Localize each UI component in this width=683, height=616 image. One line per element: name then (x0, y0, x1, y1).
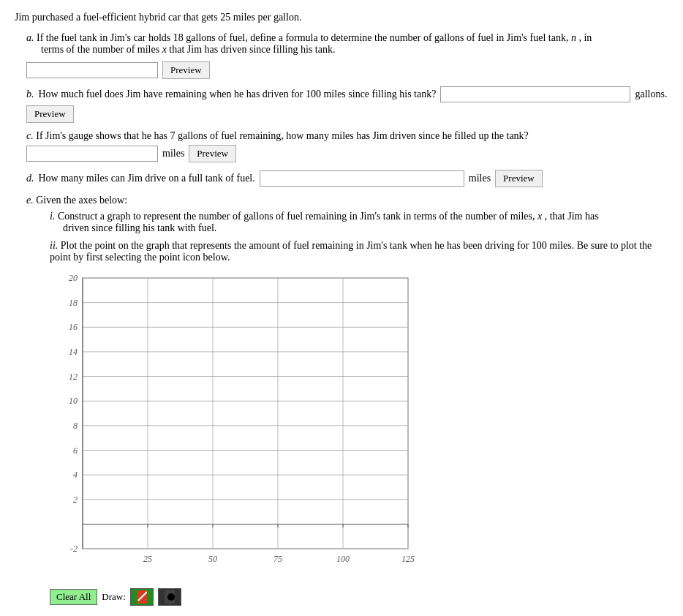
part-d-preview-button[interactable]: Preview (495, 170, 543, 187)
part-e-ii-text: ii. Plot the point on the graph that rep… (50, 240, 668, 263)
svg-text:125: 125 (401, 554, 415, 564)
part-b-label: b. (26, 89, 34, 100)
svg-text:8: 8 (73, 421, 78, 431)
part-e-i-text2: driven since filling his tank with fuel. (50, 222, 668, 234)
svg-text:18: 18 (69, 298, 78, 308)
part-e-sub-i: i. Construct a graph to represent the nu… (26, 211, 668, 234)
part-e: e. Given the axes below: i. Construct a … (15, 195, 668, 606)
part-e-i-text: i. Construct a graph to represent the nu… (50, 211, 668, 222)
part-a: a. If the fuel tank in Jim's car holds 1… (15, 32, 668, 79)
draw-line-icon (137, 590, 147, 604)
svg-text:10: 10 (69, 396, 78, 406)
svg-text:6: 6 (73, 446, 78, 456)
svg-point-44 (167, 593, 175, 601)
part-d: d. How many miles can Jim drive on a ful… (15, 170, 668, 187)
part-b-input[interactable] (440, 86, 630, 102)
svg-text:75: 75 (273, 554, 282, 564)
graph-container: .grid-line { stroke: #aaa; stroke-width:… (26, 271, 415, 606)
part-a-var-x: x (162, 44, 170, 55)
part-d-unit: miles (469, 173, 491, 184)
part-a-preview-button[interactable]: Preview (162, 61, 210, 79)
part-a-text1: If the fuel tank in Jim's car holds 18 g… (37, 32, 568, 43)
graph-controls: Clear All Draw: (50, 588, 415, 606)
svg-text:16: 16 (69, 322, 78, 332)
part-c-text: c. If Jim's gauge shows that he has 7 ga… (26, 130, 668, 142)
part-a-label: a. (26, 32, 37, 43)
clear-all-button[interactable]: Clear All (50, 589, 97, 605)
svg-text:4: 4 (73, 470, 78, 480)
part-a-text: a. If the fuel tank in Jim's car holds 1… (26, 32, 668, 44)
svg-rect-0 (83, 278, 408, 549)
draw-point-button[interactable] (158, 588, 181, 606)
part-e-sub-ii: ii. Plot the point on the graph that rep… (26, 240, 668, 263)
graph-area[interactable]: .grid-line { stroke: #aaa; stroke-width:… (50, 271, 415, 585)
svg-text:14: 14 (69, 347, 78, 357)
svg-text:25: 25 (143, 554, 152, 564)
svg-text:100: 100 (336, 554, 350, 564)
part-b: b. How much fuel does Jim have remaining… (15, 86, 668, 123)
part-d-text: How many miles can Jim drive on a full t… (39, 173, 255, 184)
svg-text:50: 50 (208, 554, 217, 564)
part-a-text2: , in (578, 32, 592, 43)
svg-text:2: 2 (73, 495, 78, 505)
svg-text:20: 20 (69, 273, 78, 283)
part-b-text: How much fuel does Jim have remaining wh… (39, 89, 437, 100)
part-c-preview-button[interactable]: Preview (189, 145, 236, 162)
part-a-input[interactable] (26, 62, 158, 78)
graph-svg[interactable]: .grid-line { stroke: #aaa; stroke-width:… (50, 271, 415, 585)
part-b-unit: gallons. (635, 89, 667, 100)
part-b-preview-button[interactable]: Preview (26, 105, 74, 123)
draw-label: Draw: (102, 591, 126, 603)
svg-text:-2: -2 (70, 544, 78, 554)
part-d-input[interactable] (260, 170, 464, 187)
svg-text:12: 12 (69, 372, 78, 382)
draw-line-button[interactable] (130, 588, 154, 606)
part-a-var-n: n (571, 32, 576, 43)
part-c-unit: miles (162, 148, 184, 159)
part-a-text3: terms of the number of miles x that Jim … (26, 44, 668, 56)
draw-point-icon (165, 590, 175, 604)
intro-text: Jim purchased a fuel-efficient hybrid ca… (15, 12, 668, 23)
part-c-input[interactable] (26, 146, 158, 162)
part-e-text: e. Given the axes below: (26, 195, 668, 206)
part-c: c. If Jim's gauge shows that he has 7 ga… (15, 130, 668, 162)
